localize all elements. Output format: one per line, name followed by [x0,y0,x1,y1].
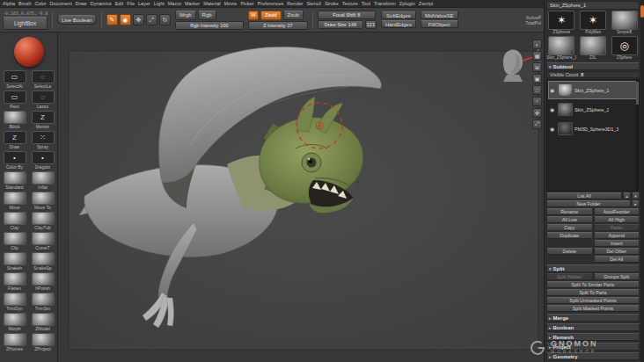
visibility-eye-icon[interactable]: ◉ [550,106,556,112]
tool-zsphere[interactable]: ◎ZSphere [609,36,640,61]
append-button[interactable]: Append [594,232,640,239]
autoreorder-button[interactable]: AutoReorder [594,208,640,215]
perspective-icon[interactable]: ▦ [532,51,542,61]
menu-brush[interactable]: Brush [18,1,31,6]
subtool-item[interactable]: ◉PM3D_Sphere3D1_3 [548,119,638,138]
visibility-eye-icon[interactable]: ◉ [550,87,556,93]
live-boolean-button[interactable]: Live Boolean [57,15,97,25]
brush-clip[interactable]: Clip [2,232,28,251]
tool-polymes[interactable]: ✶PolyMes [578,11,609,35]
panel-scrollbar[interactable] [640,0,644,362]
tool-z3l[interactable]: Z3L [578,36,609,61]
zoom-icon[interactable]: ⌕ [532,97,542,106]
brush-flatten[interactable]: Flatten [2,272,28,292]
rgb-intensity-slider[interactable]: Rgb Intensity100 [175,21,244,30]
menu-stencil[interactable]: Stencil [306,1,321,6]
brush-snakeh[interactable]: Snakeh [2,252,28,272]
local-symmetry-icon[interactable]: ▣ [532,74,542,83]
menu-document[interactable]: Document [50,1,72,6]
menu-material[interactable]: Material [203,1,221,6]
menu-stroke[interactable]: Stroke [325,1,339,6]
fill-object-button[interactable]: FillObject [421,20,458,28]
sculpt-canvas[interactable]: ◐▦⊞▣□⌕✥⤢ [58,33,544,362]
draw-mode-icon[interactable]: ◉ [120,14,131,25]
brush-trimdyn[interactable]: TrimDyn [2,293,28,312]
brush-trimsm[interactable]: TrimSm [30,293,56,312]
delete-button[interactable]: Delete [546,248,593,255]
subtool-section-header[interactable]: ▾ Subtool [546,62,640,70]
tool-skin-zsphere-1[interactable]: Skin_ZSphere_1 [546,36,577,61]
del-all-button[interactable]: Del All [594,256,640,263]
rotate-mode-icon[interactable]: ↻ [159,14,171,25]
merge-section-header[interactable]: ▸Merge [546,314,640,322]
all-low-button[interactable]: All Low [546,216,593,223]
lightbox-button[interactable]: LightBox [3,17,48,30]
sculpt-viewport[interactable] [58,33,544,362]
subtool-item[interactable]: ◉Skin_ZSphere_2 [548,100,638,119]
menu-file[interactable]: File [127,1,135,6]
mrgb-button[interactable]: Mrgb [175,11,196,20]
menu-dynamics[interactable]: Dynamics [91,1,112,6]
brush-move-to[interactable]: Move To [30,192,56,211]
list-all-button[interactable]: List All [546,192,622,199]
menu-marker[interactable]: Marker [185,1,200,6]
subtool-item[interactable]: ◉Skin_ZSphere_1 [548,81,638,99]
insert-button[interactable]: Insert [594,240,640,247]
brush-selectal[interactable]: ▭SelectAl [2,70,28,90]
scale-mode-icon[interactable]: ⤢ [146,14,157,25]
tool-simpleb[interactable]: SimpleB [609,11,640,35]
menu-transform[interactable]: Transform [374,1,396,6]
brush-claytub[interactable]: ClayTub [30,212,56,231]
all-high-button[interactable]: All High [594,216,640,223]
edit-mode-icon[interactable]: ✎ [106,14,118,25]
scale-icon[interactable]: ⤢ [532,119,542,129]
chevron-down-icon[interactable]: ▾ [632,192,640,199]
split-unmasked-points-button[interactable]: Split Unmasked Points [546,297,640,304]
new-folder-button[interactable]: New Folder [546,200,631,207]
subtool-list-scrollbar[interactable] [636,80,639,191]
brush-mentor[interactable]: ZMentor [30,111,56,130]
split-masked-points-button[interactable]: Split Masked Points [546,305,640,312]
menu-layer[interactable]: Layer [138,1,150,6]
brush-draw[interactable]: ZDraw [2,131,28,150]
m-mode-button[interactable]: M [248,11,259,20]
dynamic-size-toggle[interactable]: 121 [365,20,377,29]
brush-hpolish[interactable]: hPolish [30,272,56,292]
move-mode-icon[interactable]: ✥ [133,14,144,25]
menu-render[interactable]: Render [287,1,303,6]
scroll-icon[interactable]: ✥ [532,108,542,118]
mid-value-button[interactable]: MidValueSE [421,11,458,19]
subtool-list[interactable]: ◉Skin_ZSphere_1◉Skin_ZSphere_2◉PM3D_Sphe… [546,79,640,192]
brush-curvet[interactable]: CurveT [30,232,56,251]
menu-zplugin[interactable]: Zplugin [399,1,415,6]
z-intensity-slider[interactable]: Z Intensity27 [248,21,308,30]
floor-icon[interactable]: ⊞ [532,62,542,72]
tool-zspheres[interactable]: ✶ZSpheres [546,11,577,35]
duplicate-button[interactable]: Duplicate [546,232,593,239]
chevron-up-icon[interactable]: ▴ [623,192,631,199]
focal-shift-slider[interactable]: Focal Shift8 [318,11,376,19]
menu-texture[interactable]: Texture [342,1,358,6]
soft-edges-button[interactable]: SoftEdges [381,11,416,19]
split-to-parts-button[interactable]: Split To Parts [546,289,640,296]
visibility-eye-icon[interactable]: ◉ [550,126,556,132]
bpr-icon[interactable]: ◐ [532,40,542,49]
zadd-button[interactable]: Zadd [260,11,282,20]
menu-edit[interactable]: Edit [115,1,123,6]
brush-inflat[interactable]: Inflat [30,171,56,191]
menu-draw[interactable]: Draw [76,1,87,6]
menu-preferences[interactable]: Preferences [258,1,284,6]
zsub-button[interactable]: Zsub [283,11,304,20]
split-section-header[interactable]: ▾ Split [546,264,640,272]
brush-standard[interactable]: Standard [2,171,28,191]
brush-color-by[interactable]: •Color By [2,151,28,170]
menu-tool[interactable]: Tool [362,1,370,6]
split-to-similar-parts-button[interactable]: Split To Similar Parts [546,281,640,288]
brush-rect[interactable]: ▭Rect [2,90,28,110]
brush-dragdot[interactable]: •Dragdot [30,151,56,170]
copy-button[interactable]: Copy [546,224,593,231]
groups-split-button[interactable]: Groups Split [594,273,640,280]
menu-color[interactable]: Color [34,1,46,6]
menu-zscript[interactable]: Zscript [419,1,434,6]
brush-move[interactable]: Move [2,192,28,211]
